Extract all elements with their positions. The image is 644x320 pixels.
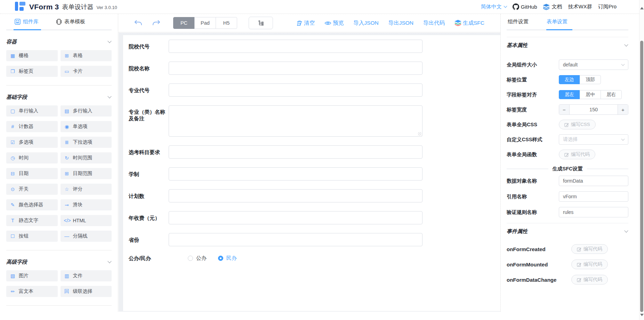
subscribe-pro-label: 订阅Pro (598, 3, 617, 10)
palette-item[interactable]: ▤多行输入 (61, 105, 112, 117)
basic-attributes-header[interactable]: 基本属性 (507, 41, 628, 49)
on-form-data-change-label: onFormDataChange (507, 277, 571, 283)
palette-item[interactable]: ☑多选项 (6, 137, 58, 148)
palette-item-label: 滑块 (73, 202, 83, 208)
scroll-down-arrow-icon[interactable] (640, 314, 644, 316)
label-align-center[interactable]: 居中 (580, 90, 601, 99)
palette-item[interactable]: ⊞表格 (61, 50, 112, 61)
import-json-button[interactable]: 导入JSON (353, 19, 378, 27)
node-tree-button[interactable] (249, 17, 273, 29)
palette-item[interactable]: ☐按钮 (6, 231, 58, 242)
text-input[interactable] (169, 211, 422, 224)
event-attributes-header[interactable]: 事件属性 (507, 227, 628, 235)
palette-item[interactable]: ▢单行输入 (6, 105, 58, 117)
text-input[interactable] (169, 145, 422, 159)
palette-item[interactable]: ▦栅格 (6, 50, 58, 61)
text-input[interactable] (169, 62, 422, 75)
palette-item[interactable]: ⊙开关 (6, 184, 58, 195)
device-pad-button[interactable]: Pad (194, 17, 216, 29)
palette-item[interactable]: ⊟日期 (6, 168, 58, 179)
edit-functions-button[interactable]: 编写代码 (559, 150, 595, 159)
undo-button[interactable] (134, 19, 143, 26)
palette-item-label: 富文本 (19, 288, 33, 295)
edit-css-button[interactable]: 编写CSS (559, 120, 596, 129)
radio-option[interactable]: 公办 (188, 255, 207, 262)
preview-button[interactable]: 预览 (324, 19, 344, 27)
edit-icon (577, 247, 581, 251)
text-input[interactable] (169, 233, 422, 246)
decrease-button[interactable]: − (559, 105, 570, 114)
language-selector[interactable]: 简体中文 (481, 3, 507, 10)
palette-item-label: 标签页 (19, 68, 33, 74)
sfc-settings-title: 生成SFC设置 (553, 166, 583, 172)
palette-item[interactable]: ≣下拉选项 (61, 137, 112, 148)
edit-on-form-data-change-button[interactable]: 编写代码 (571, 275, 608, 285)
text-input[interactable] (169, 167, 422, 181)
palette-item[interactable]: ⊞日期范围 (61, 168, 112, 179)
text-input[interactable] (169, 83, 422, 97)
label-align-right[interactable]: 居右 (601, 90, 622, 99)
palette-item[interactable]: ✏富文本 (6, 286, 58, 297)
device-h5-button[interactable]: H5 (216, 17, 237, 29)
tab-widget-settings[interactable]: 组件设置 (508, 18, 529, 25)
wx-group-link[interactable]: 技术WX群 (568, 3, 592, 10)
palette-item[interactable]: ▭卡片 (61, 66, 112, 77)
vertical-scrollbar[interactable] (639, 0, 644, 320)
device-pc-button[interactable]: PC (173, 17, 195, 29)
form-field-row: 年收费（元） (129, 211, 500, 224)
divider (6, 85, 112, 86)
palette-item[interactable]: ⊸滑块 (61, 199, 112, 210)
section-header[interactable]: 容器 (6, 38, 112, 46)
label-position-label: 标签位置 (507, 77, 559, 83)
radio-option[interactable]: 民办 (218, 255, 237, 262)
palette-item[interactable]: #计数器 (6, 121, 58, 132)
palette-item[interactable]: </>HTML (61, 215, 112, 226)
label-align-left[interactable]: 居左 (559, 90, 580, 99)
section-header[interactable]: 高级字段 (6, 258, 112, 266)
global-size-select[interactable]: default (559, 59, 628, 70)
generate-sfc-button[interactable]: 生成SFC (454, 19, 484, 27)
edit-on-form-mounted-button[interactable]: 编写代码 (571, 259, 608, 269)
tab-form-settings[interactable]: 表单设置 (547, 18, 567, 25)
redo-button[interactable] (152, 19, 161, 26)
palette-item[interactable]: ◷时间 (6, 152, 58, 163)
rules-name-input[interactable]: rules (559, 207, 628, 217)
data-object-input[interactable]: formData (559, 176, 628, 186)
export-json-button[interactable]: 导出JSON (388, 19, 413, 27)
palette-item[interactable]: ✎颜色选择器 (6, 199, 58, 210)
label-position-left[interactable]: 左边 (559, 75, 580, 84)
github-link[interactable]: GitHub (513, 3, 537, 10)
label-width-value[interactable]: 150 (570, 105, 618, 114)
palette-item[interactable]: ↻时间范围 (61, 152, 112, 163)
text-input[interactable] (169, 189, 422, 202)
scrollbar-thumb[interactable] (640, 41, 643, 312)
increase-button[interactable]: + (618, 105, 628, 114)
palette-item[interactable]: —分隔线 (61, 231, 112, 242)
app-title: VForm 3 (29, 3, 59, 11)
resize-handle-icon[interactable] (418, 132, 421, 136)
docs-link[interactable]: 文档 (543, 3, 562, 10)
palette-item[interactable]: ▥文件 (61, 270, 112, 281)
form-canvas[interactable]: 院校代号院校名称专业代号专业（类）名称及备注选考科目要求学制计划数年收费（元）省… (123, 35, 500, 311)
ref-name-input[interactable]: vForm (559, 191, 628, 202)
chevron-down-icon (504, 5, 507, 8)
palette-item[interactable]: T静态文字 (6, 215, 58, 226)
edit-on-form-created-button[interactable]: 编写代码 (571, 244, 608, 254)
palette-item-label: 单选项 (73, 123, 88, 130)
palette-item[interactable]: ❐标签页 (6, 66, 58, 77)
label-position-top[interactable]: 顶部 (580, 75, 601, 84)
section-header[interactable]: 基础字段 (6, 93, 112, 101)
export-code-button[interactable]: 导出代码 (423, 19, 445, 27)
custom-class-select[interactable]: 请选择 (559, 134, 628, 145)
text-input[interactable] (169, 40, 422, 53)
tab-widget-library[interactable]: 组件库 (15, 18, 39, 25)
palette-item[interactable]: 回级联选择 (61, 286, 112, 297)
scroll-up-arrow-icon[interactable] (640, 7, 644, 9)
palette-item[interactable]: ◉单选项 (61, 121, 112, 132)
clear-button[interactable]: 清空 (297, 19, 315, 27)
subscribe-pro-link[interactable]: 订阅Pro (598, 3, 617, 10)
tab-form-templates[interactable]: 表单模板 (56, 18, 85, 25)
textarea-input[interactable] (169, 105, 422, 137)
palette-item[interactable]: ☆评分 (61, 184, 112, 195)
palette-item[interactable]: ▧图片 (6, 270, 58, 281)
